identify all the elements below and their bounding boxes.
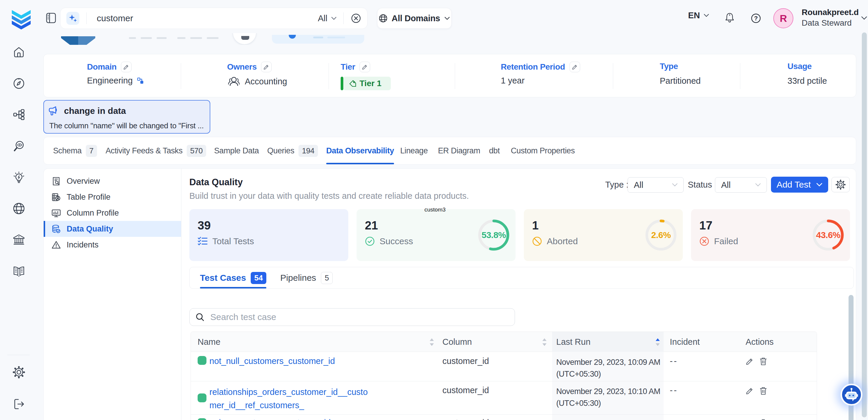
page-scrollbar[interactable] <box>862 32 867 417</box>
test-status-success-icon <box>197 418 207 420</box>
home-icon <box>13 46 25 58</box>
table-row[interactable]: unique_customers_customer_id customer_id… <box>191 415 817 420</box>
global-search-bar[interactable]: customer All <box>60 8 368 29</box>
sidebar-item-domains[interactable] <box>11 200 27 217</box>
edit-retention-button[interactable] <box>569 62 580 72</box>
tab-er-diagram[interactable]: ER Diagram <box>438 137 480 164</box>
add-test-button[interactable]: Add Test <box>771 177 828 192</box>
tab-custom-properties[interactable]: Custom Properties <box>511 137 575 164</box>
tab-data-observability[interactable]: Data Observability <box>326 137 394 164</box>
announcement-title-row: change in data <box>49 106 205 116</box>
tab-sample-data[interactable]: Sample Data <box>214 137 259 164</box>
tab-count: 570 <box>187 145 206 157</box>
tab-lineage[interactable]: Lineage <box>400 137 428 164</box>
aborted-value: 1 <box>532 219 538 232</box>
sidebar-item-glossary[interactable] <box>11 263 27 279</box>
nav-column-profile[interactable]: Column Profile <box>44 205 181 221</box>
user-avatar[interactable]: R <box>773 8 794 28</box>
edit-icon[interactable] <box>746 387 754 395</box>
test-case-link[interactable]: not_null_customers_customer_id <box>209 356 335 366</box>
column-header-name[interactable]: Name <box>197 332 220 352</box>
ai-sparkle-icon[interactable] <box>66 12 79 25</box>
nav-data-quality[interactable]: Data Quality <box>44 221 181 237</box>
tier-badge[interactable]: Tier 1 <box>343 77 391 90</box>
table-row[interactable]: relationships_orders_customer_id__custom… <box>191 381 817 415</box>
table-header-row: Name Column Last Run Incident Actions <box>191 332 817 352</box>
panel-toggle-icon <box>46 13 56 23</box>
left-sidebar <box>0 30 43 420</box>
sorter-icons[interactable] <box>429 338 435 347</box>
chat-bot-button[interactable] <box>841 384 862 406</box>
cell-column: customer_id <box>442 386 489 395</box>
announcement-body: The column "name" will be changed to "Fi… <box>49 121 205 130</box>
delete-icon[interactable] <box>759 357 768 366</box>
tab-pipelines[interactable]: Pipelines 5 <box>280 267 333 289</box>
aborted-label: Aborted <box>547 236 578 246</box>
user-menu[interactable]: Rounakpreet.d Data Steward <box>802 7 859 28</box>
table-profile-icon <box>52 192 61 202</box>
layers-logo-icon <box>11 7 32 30</box>
floating-tooltip-text: custom3 <box>425 206 446 213</box>
total-tests-label-row: Total Tests <box>197 236 254 246</box>
data-quality-heading: Data Quality <box>189 177 243 187</box>
column-header-last-run[interactable]: Last Run <box>556 332 590 352</box>
tab-dbt[interactable]: dbt <box>489 137 500 164</box>
tab-test-cases[interactable]: Test Cases 54 <box>200 267 266 289</box>
delete-icon[interactable] <box>759 419 768 420</box>
test-case-search[interactable]: Search test case <box>189 308 515 326</box>
sidebar-item-explore[interactable] <box>11 75 27 92</box>
notifications-button[interactable] <box>725 12 735 23</box>
sidebar-item-govern[interactable] <box>11 232 27 248</box>
search-clear-button[interactable] <box>351 13 361 23</box>
type-filter-select[interactable]: All <box>628 177 684 192</box>
sidebar-item-settings[interactable] <box>11 364 27 381</box>
column-profile-icon <box>52 209 61 218</box>
column-header-column[interactable]: Column <box>442 332 472 352</box>
sidebar-item-logout[interactable] <box>11 396 27 412</box>
sidebar-item-insights[interactable] <box>11 169 27 185</box>
edit-icon[interactable] <box>746 419 754 420</box>
tier-label-row: Tier <box>341 62 370 72</box>
help-button[interactable]: ? <box>751 13 761 23</box>
owners-value-row[interactable]: Accounting <box>227 74 287 88</box>
search-input[interactable]: customer <box>97 13 318 23</box>
x-circle-icon <box>699 236 709 246</box>
test-case-link[interactable]: unique_customers_customer_id <box>209 418 331 420</box>
sorter-icons-active[interactable] <box>654 338 661 347</box>
sidebar-item-home[interactable] <box>11 44 27 60</box>
search-scope-dropdown[interactable]: All <box>318 13 337 23</box>
all-domains-dropdown[interactable]: All Domains <box>377 8 452 29</box>
edit-icon[interactable] <box>746 357 754 365</box>
edit-domain-button[interactable] <box>121 62 131 72</box>
sidebar-item-observability[interactable] <box>11 138 27 154</box>
status-filter-select[interactable]: All <box>715 177 767 192</box>
sidebar-toggle-button[interactable] <box>46 13 56 23</box>
tab-schema[interactable]: Schema 7 <box>53 137 97 164</box>
sorter-icons[interactable] <box>541 338 548 347</box>
nav-table-profile[interactable]: Table Profile <box>44 189 181 205</box>
failed-donut-chart: 43.6% <box>812 219 844 251</box>
app-logo[interactable] <box>11 7 32 30</box>
user-menu-chevron[interactable] <box>861 16 867 20</box>
tab-label: Custom Properties <box>511 146 575 155</box>
nav-overview[interactable]: Overview <box>44 173 181 189</box>
table-row[interactable]: not_null_customers_customer_id customer_… <box>191 352 817 381</box>
edit-owners-button[interactable] <box>261 62 272 72</box>
status-filter-value: All <box>721 180 731 190</box>
test-settings-button[interactable] <box>831 177 850 192</box>
tab-queries[interactable]: Queries 194 <box>267 137 318 164</box>
delete-icon[interactable] <box>759 386 768 395</box>
usage-label-row: Usage <box>787 62 812 71</box>
chevron-down-icon <box>861 16 867 20</box>
sidebar-item-lineage[interactable] <box>11 107 27 123</box>
tab-activity-feeds[interactable]: Activity Feeds & Tasks 570 <box>105 137 206 164</box>
all-domains-label: All Domains <box>392 13 440 23</box>
edit-tier-button[interactable] <box>360 62 370 72</box>
announcement-card[interactable]: change in data The column "name" will be… <box>43 100 210 133</box>
nav-incidents[interactable]: Incidents <box>44 237 181 253</box>
retention-value: 1 year <box>501 76 525 86</box>
test-case-link[interactable]: relationships_orders_customer_id__custom… <box>209 386 373 412</box>
domain-value-row[interactable]: Engineering <box>87 76 144 86</box>
divider <box>740 63 740 89</box>
language-selector[interactable]: EN <box>688 11 709 20</box>
